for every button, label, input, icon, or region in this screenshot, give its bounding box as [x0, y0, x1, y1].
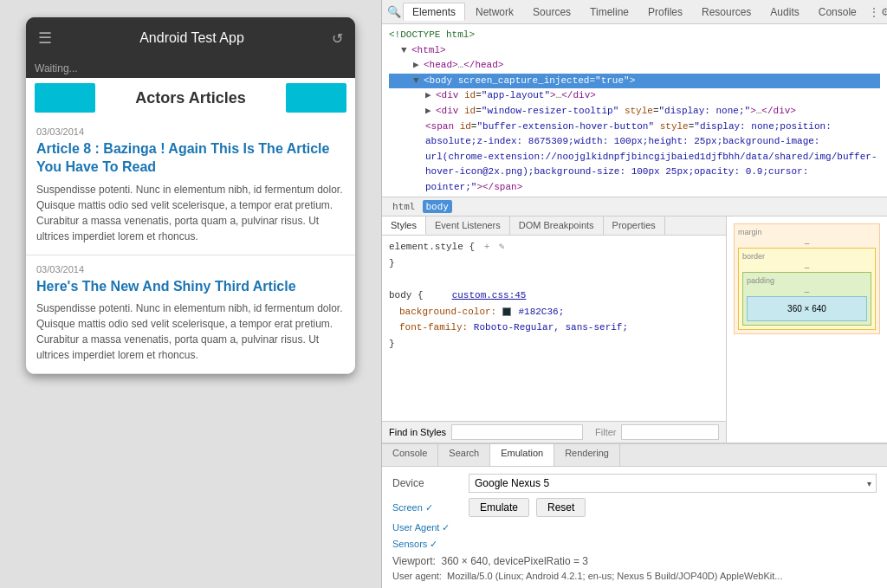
filter-input[interactable] — [621, 424, 719, 440]
article1-body: Suspendisse potenti. Nunc in elementum n… — [36, 182, 345, 244]
tab-network[interactable]: Network — [467, 3, 522, 21]
bottom-tab-rendering[interactable]: Rendering — [554, 444, 620, 466]
css-source-link[interactable]: custom.css:45 — [452, 290, 527, 300]
viewport-label: Viewport: — [392, 555, 436, 567]
tree-line: <span id="buffer-extension-hover-button"… — [389, 120, 880, 135]
find-input[interactable] — [451, 424, 583, 440]
device-select-wrapper: Google Nexus 5 Apple iPhone 5 Samsung Ga… — [469, 474, 877, 493]
device-label: Device — [392, 477, 462, 489]
header-left-btn[interactable] — [35, 83, 95, 113]
padding-value: – — [805, 287, 810, 296]
sensors-label: Sensors ✓ — [392, 539, 462, 550]
dock-icon[interactable]: ⋮ — [869, 3, 879, 22]
refresh-icon[interactable]: ↺ — [332, 30, 343, 47]
edit-style-btn[interactable]: ✎ — [499, 242, 505, 252]
margin-label: margin — [738, 228, 876, 236]
element-style-selector: element.style { + ✎ — [389, 239, 719, 255]
tab-resources[interactable]: Resources — [693, 3, 760, 21]
useragent-info: User agent: Mozilla/5.0 (Linux; Android … — [392, 571, 877, 581]
article2-date: 03/03/2014 — [36, 264, 345, 275]
tab-sources[interactable]: Sources — [524, 3, 579, 21]
filter-label: Filter — [595, 427, 616, 437]
screen-label: Screen ✓ — [392, 502, 462, 514]
articles-title: Actors Articles — [102, 89, 279, 107]
tree-line-selected[interactable]: ▼<body screen_capture_injected="true"> — [389, 74, 880, 89]
viewport-value: 360 × 640, devicePixelRatio = 3 — [441, 555, 587, 567]
border-value: – — [805, 262, 810, 272]
html-tree[interactable]: <!DOCTYPE html> ▼<html> ▶<head>…</head> … — [382, 24, 887, 197]
box-content-size: 360 × 640 — [747, 296, 867, 321]
bottom-tab-emulation[interactable]: Emulation — [490, 444, 554, 466]
user-agent-label: User Agent ✓ — [392, 522, 462, 533]
tree-line: pointer;"></span> — [389, 180, 880, 196]
article-item-2: 03/03/2014 Here's The New And Shiny Thir… — [26, 255, 355, 375]
waiting-bar: Waiting... — [26, 59, 355, 78]
header-right-btn[interactable] — [286, 83, 346, 113]
article1-headline[interactable]: Article 8 : Bazinga ! Again This Is The … — [36, 140, 345, 177]
settings-icon[interactable]: ⚙ — [881, 3, 887, 22]
html-breadcrumb: html body — [382, 197, 887, 216]
tab-audits[interactable]: Audits — [761, 3, 807, 21]
body-rule-close: } — [389, 336, 719, 352]
search-icon[interactable]: 🔍 — [387, 3, 401, 21]
useragent-value: Mozilla/5.0 (Linux; Android 4.2.1; en-us… — [447, 571, 782, 581]
sensors-row: Sensors ✓ — [392, 539, 877, 550]
useragent-label: User agent: — [392, 571, 442, 581]
phone-toolbar: ☰ Android Test App ↺ — [26, 17, 355, 59]
tree-line: ▶<div id="window-resizer-tooltip" style=… — [389, 104, 880, 120]
body-rule-bg: background-color: #182C36; — [389, 304, 719, 320]
tree-line: ▶<div id="app-layout">…</div> — [389, 88, 880, 104]
screen-emulate-row: Screen ✓ Emulate Reset — [392, 498, 877, 517]
tab-timeline[interactable]: Timeline — [581, 3, 638, 21]
tree-line: url(chrome-extension://noojglkidnpfjbinc… — [389, 150, 880, 165]
styles-left: Styles Event Listeners DOM Breakpoints P… — [382, 216, 727, 443]
tab-styles[interactable]: Styles — [382, 216, 426, 235]
breadcrumb-body[interactable]: body — [423, 200, 453, 213]
breadcrumb-html[interactable]: html — [389, 200, 419, 213]
devtools-toolbar: 🔍 Elements Network Sources Timeline Prof… — [382, 0, 887, 24]
border-label: border — [742, 252, 871, 261]
emulate-button[interactable]: Emulate — [469, 498, 529, 517]
find-label: Find in Styles — [389, 427, 446, 437]
device-select[interactable]: Google Nexus 5 Apple iPhone 5 Samsung Ga… — [469, 474, 877, 493]
device-row: Device Google Nexus 5 Apple iPhone 5 Sam… — [392, 474, 877, 493]
add-style-btn[interactable]: + — [484, 242, 490, 252]
bottom-tabs: Console Search Emulation Rendering — [382, 444, 887, 467]
tab-dom-breakpoints[interactable]: DOM Breakpoints — [510, 216, 604, 235]
tab-elements[interactable]: Elements — [403, 3, 465, 21]
styles-content: element.style { + ✎ } body { custom.css:… — [382, 236, 726, 421]
hamburger-icon[interactable]: ☰ — [38, 29, 52, 48]
element-style-close: } — [389, 255, 719, 272]
body-rule-selector: body { custom.css:45 — [389, 288, 719, 304]
phone-frame: ☰ Android Test App ↺ Waiting... Actors A… — [26, 17, 355, 374]
box-border: border – padding – 360 × 640 — [738, 248, 876, 330]
tree-line: hover-icon@2x.png);background-size: 100p… — [389, 165, 880, 180]
reset-button[interactable]: Reset — [536, 498, 586, 517]
phone-app-title: Android Test App — [52, 30, 332, 46]
article2-headline[interactable]: Here's The New And Shiny Third Article — [36, 278, 345, 296]
box-model: margin – border – padding – 360 × 640 — [727, 216, 887, 341]
articles-header: Actors Articles — [26, 78, 355, 118]
bottom-tab-search[interactable]: Search — [438, 444, 490, 466]
phone-content: 03/03/2014 Article 8 : Bazinga ! Again T… — [26, 118, 355, 374]
box-padding: padding – 360 × 640 — [742, 272, 871, 326]
tree-line: <!DOCTYPE html> — [389, 28, 880, 43]
tab-properties[interactable]: Properties — [604, 216, 665, 235]
tab-event-listeners[interactable]: Event Listeners — [426, 216, 510, 235]
bottom-panel: Console Search Emulation Rendering Devic… — [382, 443, 887, 588]
bottom-tab-console[interactable]: Console — [382, 444, 438, 466]
article-item-1: 03/03/2014 Article 8 : Bazinga ! Again T… — [26, 118, 355, 255]
box-margin: margin – border – padding – 360 × 640 — [734, 223, 880, 334]
tree-line: ▶<head>…</head> — [389, 58, 880, 74]
mobile-preview: ☰ Android Test App ↺ Waiting... Actors A… — [0, 0, 381, 588]
body-rule-font: font-family: Roboto-Regular, sans-serif; — [389, 320, 719, 336]
styles-tabs: Styles Event Listeners DOM Breakpoints P… — [382, 216, 726, 236]
tab-console[interactable]: Console — [810, 3, 865, 21]
tree-line: absolute;z-index: 8675309;width: 100px;h… — [389, 134, 880, 150]
find-in-styles: Find in Styles Filter — [382, 421, 726, 443]
tree-line: ▼<html> — [389, 43, 880, 59]
devtools-panel: 🔍 Elements Network Sources Timeline Prof… — [381, 0, 887, 588]
viewport-info: Viewport: 360 × 640, devicePixelRatio = … — [392, 555, 877, 567]
tab-profiles[interactable]: Profiles — [639, 3, 691, 21]
elements-panel: <!DOCTYPE html> ▼<html> ▶<head>…</head> … — [382, 24, 887, 588]
